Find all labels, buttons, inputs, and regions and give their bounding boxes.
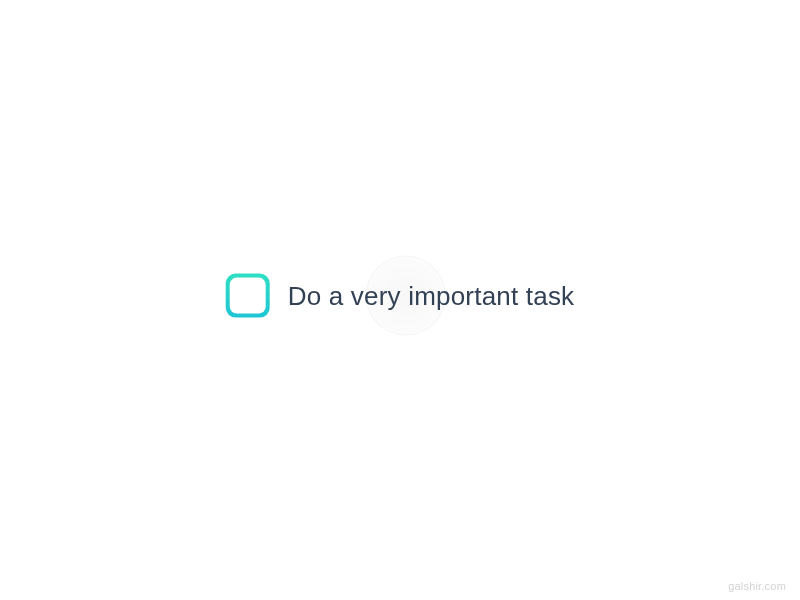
task-checkbox[interactable] [226,274,270,318]
task-label: Do a very important task [288,280,575,311]
checkbox-unchecked-fill [230,278,266,314]
attribution-text: galshir.com [728,580,786,592]
task-row: Do a very important task [226,274,575,318]
